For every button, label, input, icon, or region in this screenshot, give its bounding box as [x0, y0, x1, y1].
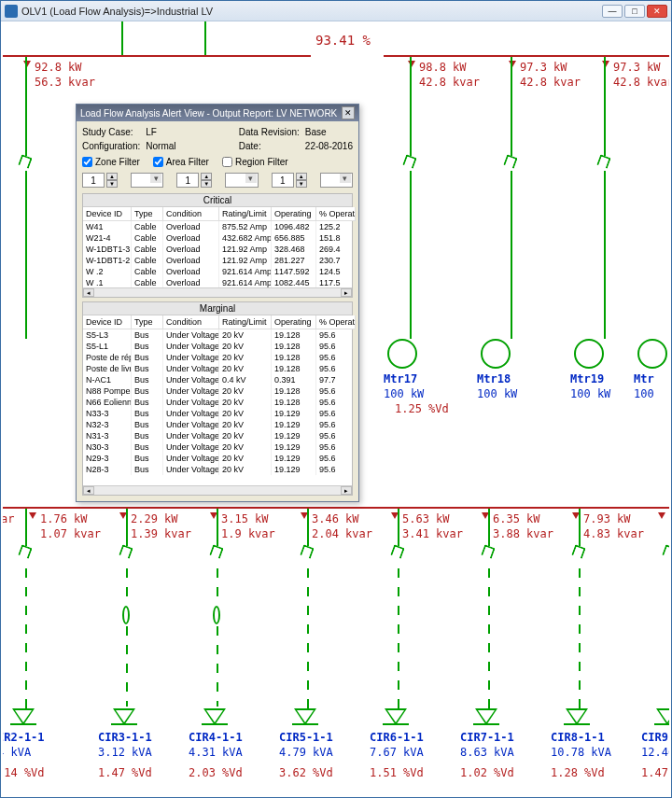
table-row[interactable]: Poste de rép..BusUnder Voltage20 kV19.12… — [83, 352, 352, 363]
scroll-left-icon[interactable]: ◂ — [83, 288, 94, 297]
circuit-name: CIR8-1-1 — [551, 731, 605, 744]
minimize-button[interactable]: — — [602, 5, 623, 18]
cell: Under Voltage — [163, 385, 219, 397]
table-row[interactable]: N28-3BusUnder Voltage20 kV19.12995.6 — [83, 464, 352, 475]
region-filter-spin[interactable]: ▲▼ — [272, 173, 307, 188]
table-row[interactable]: N31-3BusUnder Voltage20 kV19.12995.6 — [83, 430, 352, 441]
cell: 20 kV — [219, 397, 272, 408]
table-row[interactable]: S5-L1BusUnder Voltage20 kV19.12895.6 — [83, 341, 352, 352]
col-header[interactable]: Rating/Limit — [219, 207, 272, 221]
ground-icon — [203, 708, 226, 725]
line — [579, 509, 581, 546]
cell: Overload — [163, 244, 219, 255]
table-row[interactable]: N88 PompesBusUnder Voltage20 kV19.12895.… — [83, 385, 352, 397]
breaker-icon — [596, 154, 610, 168]
dialog-meta: Study Case: LF Data Revision: Base Confi… — [82, 127, 353, 151]
table-row[interactable]: N33-3BusUnder Voltage20 kV19.12995.6 — [83, 408, 352, 419]
cell: Overload — [163, 221, 219, 232]
circuit-kva: 8.63 kVA — [460, 746, 514, 759]
feeder-kvar: 3.41 kvar — [402, 527, 463, 540]
table-row[interactable]: N32-3BusUnder Voltage20 kV19.12995.6 — [83, 419, 352, 430]
table-row[interactable]: W-1DBT1-3CableOverload121.92 Amp328.4682… — [83, 244, 352, 255]
table-row[interactable]: N29-3BusUnder Voltage20 kV19.12995.6 — [83, 453, 352, 464]
critical-table-body[interactable]: W41CableOverload875.52 Amp1096.482125.2W… — [83, 221, 352, 287]
data-revision-label: Data Revision: — [239, 127, 300, 137]
filter-values-row: ▲▼ ▲▼ ▲▼ — [82, 173, 353, 188]
cell: 1147.592 — [272, 266, 316, 277]
marginal-hscroll[interactable]: ◂▸ — [83, 485, 352, 495]
cell: Bus — [132, 453, 163, 464]
zone-filter-combo[interactable] — [131, 173, 163, 188]
region-filter-combo[interactable] — [320, 173, 353, 188]
table-row[interactable]: N-AC1BusUnder Voltage0.4 kV0.39197.7 — [83, 374, 352, 385]
cell: 19.128 — [272, 397, 316, 408]
scroll-left-icon[interactable]: ◂ — [83, 486, 94, 495]
feeder-kw: 5.63 kW — [402, 512, 450, 525]
col-header[interactable]: Type — [132, 207, 163, 221]
motor-name: Mtr17 — [384, 372, 417, 385]
table-row[interactable]: N66 EolienneBusUnder Voltage20 kV19.1289… — [83, 397, 352, 408]
feeder-kvar: 1.39 kvar — [131, 527, 191, 540]
dialog-close-button[interactable]: ✕ — [342, 106, 355, 119]
table-row[interactable]: W-1DBT1-2CableOverload121.92 Amp281.2272… — [83, 255, 352, 266]
col-header[interactable]: Condition — [163, 207, 219, 221]
critical-hscroll[interactable]: ◂▸ — [83, 287, 352, 297]
col-header[interactable]: Type — [132, 315, 163, 329]
cell: Bus — [132, 419, 163, 430]
date-value: 22-08-2016 — [305, 141, 353, 151]
area-filter-combo[interactable] — [225, 173, 258, 188]
circuit-vd: 3.62 %Vd — [279, 766, 333, 779]
motor-kw: 100 kW — [477, 387, 517, 400]
table-row[interactable]: W .2CableOverload921.614 Amp1147.592124.… — [83, 266, 352, 277]
cell: N30-3 — [83, 441, 132, 453]
cell: 19.129 — [272, 419, 316, 430]
cell: S5-L1 — [83, 341, 132, 352]
scroll-right-icon[interactable]: ▸ — [341, 486, 352, 495]
zone-filter-spin[interactable]: ▲▼ — [82, 173, 118, 188]
zone-filter-checkbox[interactable]: Zone Filter — [82, 157, 140, 167]
cell: W41 — [83, 221, 132, 232]
table-row[interactable]: W21-4CableOverload432.682 Amp656.885151.… — [83, 232, 352, 244]
motor-icon — [387, 339, 417, 369]
table-row[interactable]: W41CableOverload875.52 Amp1096.482125.2 — [83, 221, 352, 232]
cell: 95.6 — [316, 385, 352, 397]
col-header[interactable]: % Operating — [316, 207, 356, 221]
col-header[interactable]: Operating — [272, 207, 316, 221]
circuit-kva: 4.31 kVA — [189, 746, 243, 759]
table-row[interactable]: N30-3BusUnder Voltage20 kV19.12995.6 — [83, 441, 352, 453]
close-button[interactable]: ✕ — [647, 5, 667, 18]
col-header[interactable]: % Operating — [316, 315, 356, 329]
cell: Under Voltage — [163, 430, 219, 441]
col-header[interactable]: Rating/Limit — [219, 315, 272, 329]
area-filter-spin[interactable]: ▲▼ — [176, 173, 212, 188]
col-header[interactable]: Device ID — [83, 207, 132, 221]
col-header[interactable]: Condition — [163, 315, 219, 329]
table-row[interactable]: Poste de livra..BusUnder Voltage20 kV19.… — [83, 363, 352, 374]
cell: W .1 — [83, 277, 132, 287]
table-row[interactable]: S5-L3BusUnder Voltage20 kV19.12895.6 — [83, 329, 352, 341]
data-revision-value: Base — [305, 127, 353, 137]
line — [410, 57, 412, 156]
ground-icon — [566, 708, 588, 725]
region-filter-checkbox[interactable]: Region Filter — [222, 157, 288, 167]
marginal-table-body[interactable]: S5-L3BusUnder Voltage20 kV19.12895.6S5-L… — [83, 329, 352, 485]
circuit-kva: 12.46 — [641, 746, 669, 759]
circuit-vd: .14 %Vd — [3, 766, 45, 779]
maximize-button[interactable]: □ — [624, 5, 645, 18]
cell: Poste de rép.. — [83, 352, 132, 363]
feeder-kvar: 42.8 kvar — [613, 76, 669, 89]
col-header[interactable]: Device ID — [83, 315, 132, 329]
alert-view-dialog[interactable]: Load Flow Analysis Alert View - Output R… — [76, 104, 359, 502]
dialog-titlebar[interactable]: Load Flow Analysis Alert View - Output R… — [77, 105, 358, 121]
flow-arrow-icon — [29, 512, 36, 519]
window-title: OLV1 (Load Flow Analysis)=>Industrial LV — [21, 6, 600, 17]
scroll-right-icon[interactable]: ▸ — [341, 288, 352, 297]
diagram-canvas[interactable]: 93.41 % 92.8 kW 56.3 kvar 98.8 kW 42.8 k… — [3, 21, 669, 795]
area-filter-checkbox[interactable]: Area Filter — [153, 157, 209, 167]
marginal-panel-header: Marginal — [83, 302, 352, 315]
feeder-kvar: 4.83 kvar — [583, 527, 644, 540]
bus-lower — [3, 507, 669, 509]
col-header[interactable]: Operating — [272, 315, 316, 329]
table-row[interactable]: W .1CableOverload921.614 Amp1082.445117.… — [83, 277, 352, 287]
line — [217, 509, 218, 546]
